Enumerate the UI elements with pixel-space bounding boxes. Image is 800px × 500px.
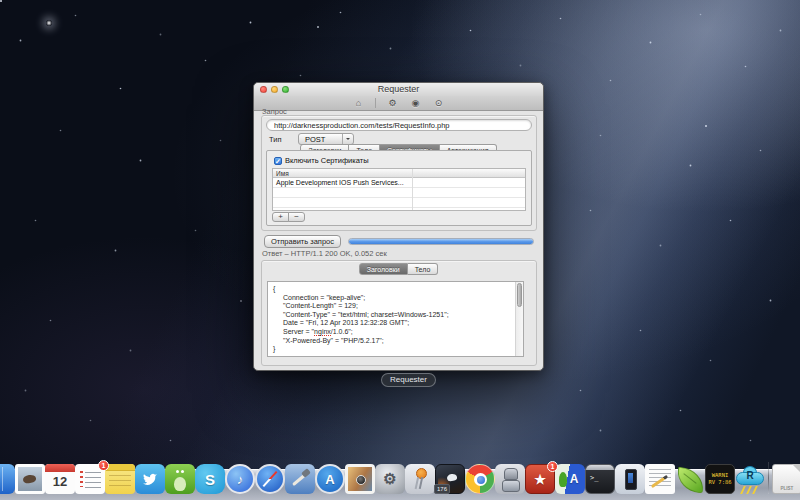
- requester-window[interactable]: Requester ⌂ ⚙ ◉ ⊙ Запрос Тип POST Заголо…: [253, 82, 544, 371]
- method-dropdown-value: POST: [305, 135, 325, 144]
- table-row-empty[interactable]: [273, 188, 525, 198]
- dock-separator: [768, 462, 769, 494]
- send-request-button[interactable]: Отправить запрос: [264, 235, 341, 248]
- window-title: Requester: [254, 83, 543, 96]
- column-divider: [412, 169, 413, 210]
- remove-certificate-button[interactable]: −: [288, 212, 305, 222]
- response-group-label: Ответ – HTTP/1.1 200 OK, 0.052 сек: [262, 249, 387, 258]
- dock-icon-plist-file[interactable]: PLIST: [772, 464, 800, 494]
- response-line: Connection = "keep-alive";: [273, 294, 518, 303]
- bright-stars: [0, 0, 2, 2]
- response-tab-headers[interactable]: Заголовки: [359, 263, 408, 275]
- dock-icon-textedit[interactable]: [645, 464, 675, 494]
- lightning-bolts-icon: [742, 486, 756, 494]
- table-row[interactable]: Apple Development IOS Push Services...: [273, 178, 525, 188]
- scrollbar-thumb[interactable]: [517, 283, 522, 307]
- chevron-down-icon[interactable]: [342, 134, 353, 144]
- dock-icon-iphoto[interactable]: [345, 464, 375, 494]
- dock-icon-chrome[interactable]: [465, 464, 495, 494]
- dock-icon-coda[interactable]: [675, 464, 705, 494]
- music-note-icon: ♪: [227, 466, 253, 492]
- app-name-label: Requester: [381, 373, 436, 387]
- response-tab-body[interactable]: Тело: [408, 263, 439, 275]
- dock-icon-twitter[interactable]: [135, 464, 165, 494]
- plist-file-label: PLIST: [773, 486, 800, 491]
- notification-badge: 1: [98, 460, 109, 471]
- table-row-empty[interactable]: [273, 198, 525, 208]
- misspelled-word: nginx: [314, 328, 331, 336]
- desktop: Requester ⌂ ⚙ ◉ ⊙ Запрос Тип POST Заголо…: [0, 0, 800, 500]
- unread-count-badge: 176: [434, 484, 450, 494]
- response-line: "Content-Length" = 129;: [273, 302, 518, 311]
- certificates-table: Имя Apple Development IOS Push Services.…: [272, 168, 526, 211]
- record-icon[interactable]: ◉: [409, 97, 422, 110]
- dock-icon-safari[interactable]: [255, 464, 285, 494]
- gear-icon[interactable]: ⚙: [386, 97, 399, 110]
- dock-icon-translator[interactable]: A: [555, 464, 585, 494]
- home-icon[interactable]: ⌂: [352, 97, 365, 110]
- notification-badge: 1: [547, 461, 558, 472]
- brightest-star: [46, 20, 52, 26]
- close-button[interactable]: [260, 86, 267, 93]
- dock-icon-wunderlist[interactable]: ★ 1: [525, 464, 555, 494]
- minimize-button[interactable]: [271, 86, 278, 93]
- dock-icon-adium[interactable]: [165, 464, 195, 494]
- lcd-text-line2: RV 7:86: [708, 480, 731, 486]
- dock-icon-finder[interactable]: [0, 464, 15, 494]
- column-header-name: Имя: [273, 169, 525, 178]
- response-line: "Content-Type" = "text/html; charset=Win…: [273, 311, 518, 320]
- response-line: }: [273, 345, 518, 354]
- dock-icon-lcd-status[interactable]: WARNI RV 7:86: [705, 464, 735, 494]
- dock-icon-mobile-device[interactable]: [615, 464, 645, 494]
- certificates-panel: ✓ Включить Сертификаты Имя Apple Develop…: [266, 150, 532, 226]
- dock-icon-sparrow[interactable]: 176: [435, 464, 465, 494]
- add-certificate-button[interactable]: +: [272, 212, 289, 222]
- dock-icon-notes[interactable]: [105, 464, 135, 494]
- dock-icon-itunes[interactable]: ♪: [225, 464, 255, 494]
- enable-certificates-checkbox[interactable]: ✓: [274, 157, 282, 165]
- dock-icon-preview[interactable]: [15, 464, 45, 494]
- response-line: {: [273, 285, 518, 294]
- requester-r-glyph: R: [735, 470, 765, 481]
- app-store-a-glyph: A: [317, 466, 343, 492]
- type-label: Тип: [269, 135, 282, 144]
- dock-icon-calendar[interactable]: 12: [45, 464, 75, 494]
- response-line: "X-Powered-By" = "PHP/5.2.17";: [273, 337, 518, 346]
- dock-icon-reminders[interactable]: 1: [75, 464, 105, 494]
- dock-icons: 12 1 S ♪ A ⚙ 176 ★ 1: [0, 462, 798, 494]
- response-line-server: Server = "nginx/1.0.6";: [273, 328, 518, 337]
- skype-s-glyph: S: [195, 464, 225, 494]
- progress-bar-fill: [349, 239, 533, 244]
- eye-icon[interactable]: ⊙: [432, 97, 445, 110]
- response-tabs: Заголовки Тело: [254, 263, 543, 275]
- dock-icon-keychain-access[interactable]: [405, 464, 435, 494]
- dock-icon-system-preferences[interactable]: ⚙: [375, 464, 405, 494]
- window-titlebar[interactable]: Requester: [254, 83, 543, 96]
- twitter-bird-icon: [141, 471, 159, 487]
- table-row-empty[interactable]: [273, 208, 525, 211]
- progress-bar: [348, 238, 534, 245]
- calendar-day: 12: [45, 471, 75, 493]
- response-line: Date = "Fri, 12 Apr 2013 12:32:28 GMT";: [273, 319, 518, 328]
- url-input[interactable]: [266, 119, 532, 131]
- dock-icon-xcode[interactable]: [285, 464, 315, 494]
- translate-a-glyph: A: [567, 464, 581, 494]
- dock-icon-skype[interactable]: S: [195, 464, 225, 494]
- dock-icon-terminal[interactable]: >_: [585, 464, 615, 494]
- dock-icon-requester[interactable]: R: [735, 464, 765, 494]
- lcd-text-line1: WARNI: [712, 473, 729, 479]
- response-scrollbar[interactable]: [515, 282, 523, 356]
- zoom-button[interactable]: [282, 86, 289, 93]
- dock-icon-automator[interactable]: [495, 464, 525, 494]
- response-text-area[interactable]: { Connection = "keep-alive"; "Content-Le…: [267, 281, 524, 357]
- terminal-prompt-glyph: >_: [590, 474, 598, 482]
- dock-icon-app-store[interactable]: A: [315, 464, 345, 494]
- enable-certificates-label: Включить Сертификаты: [285, 156, 369, 165]
- toolbar-divider: [375, 98, 376, 108]
- gear-glyph: ⚙: [375, 464, 405, 494]
- window-toolbar: ⌂ ⚙ ◉ ⊙: [254, 96, 543, 111]
